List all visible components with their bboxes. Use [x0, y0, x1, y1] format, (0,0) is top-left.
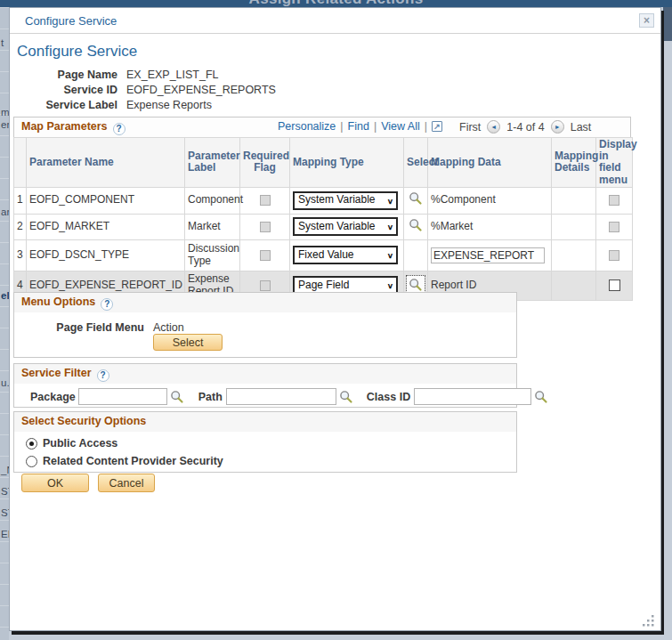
info-row: Service LabelExpense Reports	[10, 97, 276, 112]
service-filter-section: Service Filter? PackagePathClass ID	[13, 363, 517, 408]
mapping-data-cell	[428, 239, 552, 271]
view-all-link[interactable]: View All	[381, 120, 420, 133]
filter-field-input[interactable]	[414, 388, 531, 405]
ok-button[interactable]: OK	[21, 474, 89, 492]
mapping-type-select[interactable]: System Variable∨	[293, 191, 398, 210]
close-icon[interactable]: ×	[639, 13, 654, 28]
lookup-icon[interactable]	[170, 390, 184, 404]
map-parameters-header: Map Parameters? Personalize | Find | Vie…	[14, 117, 630, 137]
section-title: Map Parameters?	[21, 120, 125, 135]
display-in-field-menu-cell	[596, 187, 633, 214]
column-header: Parameter Name	[27, 138, 185, 188]
mapping-type-value: System Variable	[298, 194, 375, 207]
mapping-type-value: System Variable	[298, 221, 375, 233]
row-number: 3	[14, 239, 27, 271]
select-button[interactable]: Select	[153, 334, 223, 351]
filter-field-label: Package	[30, 391, 76, 403]
display-in-field-menu-checkbox	[609, 222, 619, 232]
chevron-down-icon: ∨	[387, 281, 393, 290]
column-header: Display in field menu	[596, 138, 633, 188]
required-flag-checkbox	[260, 222, 271, 232]
chevron-down-icon: ∨	[387, 223, 393, 231]
info-value: EOFD_EXPENSE_REPORTS	[126, 84, 276, 96]
select-cell	[404, 214, 428, 239]
separator: |	[340, 120, 343, 133]
mapping-details-cell	[552, 214, 596, 239]
resize-grip-icon[interactable]	[643, 614, 654, 626]
popup-window-icon[interactable]: ↗	[432, 121, 442, 132]
personalize-link[interactable]: Personalize	[278, 120, 336, 133]
required-flag-cell	[240, 239, 290, 271]
table-row: 3EOFD_DSCN_TYPEDiscussion TypeFixed Valu…	[14, 239, 633, 271]
page-field-menu-label: Page Field Menu	[14, 321, 144, 334]
background-text-fragment: u.	[1, 377, 9, 388]
service-filter-header: Service Filter?	[14, 364, 516, 384]
table-header-row: Parameter NameParameter LabelRequired Fl…	[14, 138, 633, 188]
table-row: 2EOFD_MARKETMarketSystem Variable∨%Marke…	[14, 214, 633, 239]
grid-toolbar: Personalize | Find | View All | ↗	[278, 120, 442, 133]
background-text-fragment: mi	[1, 107, 9, 117]
lookup-icon[interactable]	[407, 276, 425, 294]
column-header: Required Flag	[240, 138, 290, 188]
filter-field-label: Class ID	[367, 391, 410, 403]
mapping-details-cell	[552, 271, 596, 300]
help-icon[interactable]: ?	[97, 369, 109, 382]
mapping-type-value: Page Field	[298, 279, 349, 292]
separator: |	[374, 120, 376, 133]
mapping-type-cell: System Variable∨	[290, 187, 404, 214]
prev-page-icon[interactable]: ◄	[487, 120, 500, 134]
find-link[interactable]: Find	[348, 120, 369, 133]
background-text-fragment: _N	[1, 465, 9, 475]
map-parameters-section: Map Parameters? Personalize | Find | Vie…	[13, 117, 631, 286]
lookup-icon[interactable]	[339, 390, 353, 404]
info-label: Page Name	[10, 69, 117, 81]
column-header: Select	[404, 138, 428, 188]
help-icon[interactable]: ?	[113, 123, 125, 135]
next-page-icon[interactable]: ►	[551, 120, 564, 134]
service-filter-row: PackagePathClass ID	[14, 388, 516, 405]
lookup-icon[interactable]	[409, 191, 423, 206]
radio-button[interactable]	[26, 438, 37, 450]
first-link[interactable]: First	[459, 121, 481, 134]
display-in-field-menu-checkbox	[609, 250, 619, 261]
required-flag-cell	[240, 214, 290, 239]
display-in-field-menu-cell	[596, 239, 633, 271]
security-option-row: Related Content Provider Security	[26, 455, 223, 467]
filter-field-input[interactable]	[78, 388, 167, 405]
mapping-data-cell: %Market	[428, 214, 552, 239]
background-text-fragment: EN	[1, 529, 9, 539]
background-text-fragment: ST	[1, 486, 9, 497]
background-left-strip: tmieranelu._NSTSTEN	[0, 7, 9, 640]
info-label: Service ID	[10, 84, 117, 96]
filter-field-label: Path	[198, 391, 223, 403]
background-text-fragment: t	[1, 37, 4, 48]
parameter-name-cell: EOFD_MARKET	[27, 214, 185, 239]
security-options-section: Select Security Options Public Access Re…	[13, 411, 517, 473]
service-info: Page NameEX_EXP_LIST_FLService IDEOFD_EX…	[10, 67, 276, 112]
required-flag-checkbox	[260, 195, 271, 206]
filter-field-input[interactable]	[226, 388, 336, 405]
help-icon[interactable]: ?	[101, 298, 113, 311]
radio-button[interactable]	[26, 456, 37, 467]
background-text-fragment: el	[1, 290, 9, 301]
section-title: Menu Options?	[21, 296, 113, 311]
mapping-data-input[interactable]	[431, 247, 545, 263]
configure-service-modal: Configure Service × Configure Service Pa…	[9, 7, 661, 631]
page-heading: Configure Service	[17, 43, 137, 61]
mapping-type-select[interactable]: Fixed Value∨	[293, 246, 398, 264]
display-in-field-menu-checkbox[interactable]	[609, 279, 620, 291]
display-in-field-menu-checkbox	[609, 195, 619, 206]
background-right-strip	[663, 7, 672, 41]
background-text-fragment: an	[1, 207, 9, 217]
lookup-icon[interactable]	[534, 390, 548, 404]
modal-titlebar: Configure Service ×	[10, 8, 660, 34]
parameter-label-cell: Component	[185, 187, 240, 214]
mapping-type-select[interactable]: System Variable∨	[293, 217, 398, 236]
cancel-button[interactable]: Cancel	[98, 474, 155, 492]
lookup-icon[interactable]	[409, 218, 423, 232]
column-header: Mapping Details	[552, 138, 596, 188]
last-link[interactable]: Last	[571, 121, 592, 134]
background-text-fragment: er	[1, 119, 9, 130]
page-title: Assign Related Actions	[0, 0, 672, 7]
info-row: Page NameEX_EXP_LIST_FL	[10, 67, 276, 82]
